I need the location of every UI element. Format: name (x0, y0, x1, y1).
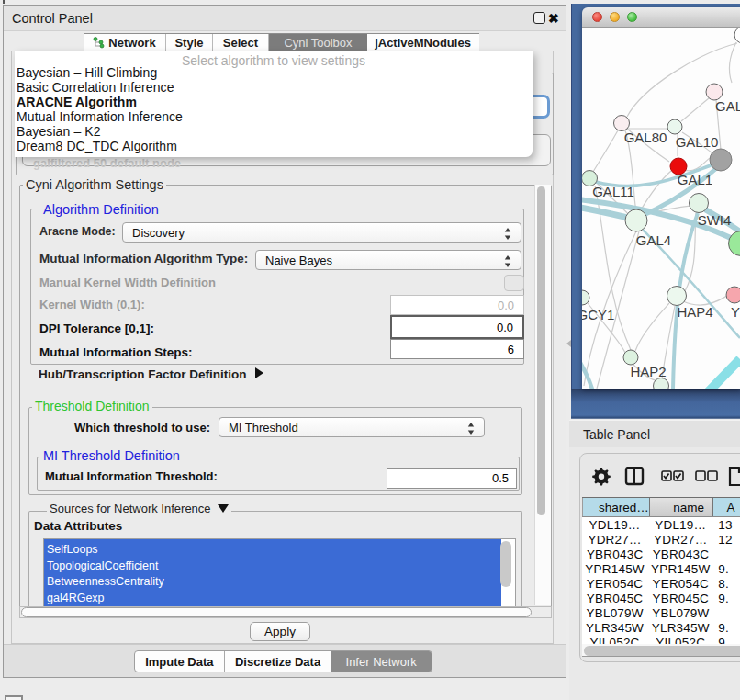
svg-text:GAL4: GAL4 (636, 232, 671, 248)
svg-text:SWI4: SWI4 (698, 212, 732, 228)
svg-text:GAL10: GAL10 (676, 134, 719, 150)
svg-text:GCY1: GCY1 (582, 307, 614, 322)
svg-text:GAL11: GAL11 (592, 184, 634, 199)
svg-text:HAP4: HAP4 (677, 304, 712, 320)
svg-text:GAL80: GAL80 (624, 130, 667, 145)
svg-text:YEL: YEL (731, 304, 740, 320)
svg-text:HAP2: HAP2 (630, 364, 666, 379)
svg-text:GAL7: GAL7 (715, 98, 740, 114)
svg-text:GAL1: GAL1 (678, 172, 712, 187)
